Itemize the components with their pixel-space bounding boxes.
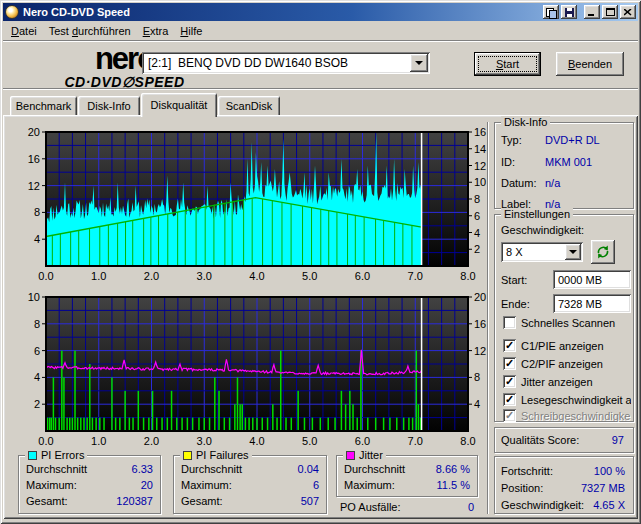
checkbox[interactable]: [503, 316, 516, 329]
chevron-down-icon: [415, 61, 423, 65]
svg-text:16: 16: [474, 126, 486, 138]
jitter-box: Jitter Durchschnitt8.66 % Maximum:11.5 %: [336, 455, 478, 497]
disk-type-label: Typ:: [501, 134, 545, 146]
svg-text:7.0: 7.0: [408, 435, 423, 447]
settings-title: Einstellungen: [501, 208, 573, 220]
titlebar[interactable]: Nero CD-DVD Speed: [3, 3, 638, 21]
speed-select-dropdown-button[interactable]: [565, 244, 581, 260]
svg-text:7.0: 7.0: [408, 270, 423, 282]
svg-text:4: 4: [474, 227, 480, 239]
diskqualitaet-panel: 481216202468101214160.01.02.03.04.05.06.…: [3, 115, 638, 519]
checkbox[interactable]: ✓: [503, 339, 516, 352]
drive-select[interactable]: [2:1] BENQ DVD DD DW1640 BSOB: [142, 52, 430, 74]
pi-errors-legend-swatch: [28, 451, 37, 460]
drive-select-value: [2:1] BENQ DVD DD DW1640 BSOB: [142, 56, 348, 70]
header-separator: [3, 88, 638, 90]
svg-text:8: 8: [474, 193, 480, 205]
scan-end-field[interactable]: 7328 MB: [553, 294, 631, 313]
svg-text:2: 2: [474, 243, 480, 255]
beenden-button[interactable]: Beenden: [556, 52, 624, 76]
menu-test-durchfuehren[interactable]: Test durchführen: [43, 23, 137, 39]
menu-datei[interactable]: Datei: [5, 23, 43, 39]
refresh-button[interactable]: [591, 240, 615, 264]
maximize-button[interactable]: [602, 5, 618, 19]
svg-text:6: 6: [34, 345, 40, 357]
checkbox-schreibgeschwindigkeit: ✓Schreibgeschwindigke: [503, 409, 631, 422]
titlebar-buttons: [541, 5, 638, 19]
checkbox-c2-pif[interactable]: ✓C2/PIF anzeigen: [503, 357, 631, 370]
tab-scandisk[interactable]: ScanDisk: [218, 96, 280, 115]
svg-text:4: 4: [474, 398, 480, 410]
svg-text:1.0: 1.0: [91, 270, 106, 282]
svg-text:12: 12: [474, 160, 486, 172]
svg-text:4.0: 4.0: [249, 270, 264, 282]
close-icon: [624, 9, 632, 16]
svg-text:12: 12: [28, 180, 40, 192]
drive-select-dropdown-button[interactable]: [410, 54, 428, 72]
checkbox-schnelles-scannen[interactable]: Schnelles Scannen: [503, 316, 631, 329]
menu-hilfe[interactable]: Hilfe: [174, 23, 208, 39]
chevron-down-icon: [569, 250, 577, 254]
tab-disk-info[interactable]: Disk-Info: [78, 96, 140, 115]
close-button[interactable]: [620, 5, 636, 19]
minimize-icon: [588, 14, 594, 16]
quality-score-box: Qualitäts Score:97: [494, 427, 634, 453]
checkbox[interactable]: ✓: [503, 375, 516, 388]
pi-failures-title: PI Failures: [196, 449, 249, 461]
scan-start-field[interactable]: 0000 MB: [553, 270, 631, 289]
checkbox-c1-pie[interactable]: ✓C1/PIE anzeigen: [503, 339, 631, 352]
svg-text:8: 8: [34, 318, 40, 330]
tab-benchmark[interactable]: Benchmark: [10, 96, 77, 115]
svg-text:16: 16: [474, 318, 486, 330]
svg-text:1.0: 1.0: [91, 435, 106, 447]
speed-label: Geschwindigkeit:: [501, 224, 584, 236]
start-button[interactable]: Start: [474, 52, 541, 76]
svg-text:8.0: 8.0: [460, 435, 475, 447]
svg-text:14: 14: [474, 143, 486, 155]
svg-text:20: 20: [28, 126, 40, 138]
window-title: Nero CD-DVD Speed: [23, 6, 130, 18]
svg-text:6.0: 6.0: [355, 270, 370, 282]
speed-select[interactable]: 8 X: [501, 242, 583, 262]
pie-speed-chart: 481216202468101214160.01.02.03.04.05.06.…: [16, 123, 488, 284]
po-failures-row: PO Ausfälle: 0: [340, 501, 474, 513]
menu-extra[interactable]: Extra: [137, 23, 175, 39]
svg-text:0.0: 0.0: [38, 435, 53, 447]
copy-button[interactable]: [543, 5, 559, 19]
disk-id-label: ID:: [501, 156, 545, 168]
pi-errors-box: PI Errors Durchschnitt6.33 Maximum:20 Ge…: [18, 455, 161, 514]
disk-date-value: n/a: [545, 177, 560, 189]
focus-rect: [478, 56, 537, 72]
svg-text:10: 10: [28, 291, 40, 303]
refresh-icon: [595, 244, 611, 260]
svg-text:2.0: 2.0: [144, 270, 159, 282]
checkbox-lesegeschwindigkeit[interactable]: ✓Lesegeschwindigkeit a: [503, 393, 631, 406]
position-value: 7327 MB: [581, 482, 625, 494]
pi-errors-title: PI Errors: [41, 449, 84, 461]
pi-failures-legend-swatch: [183, 451, 192, 460]
disk-date-label: Datum:: [501, 177, 545, 189]
svg-text:8.0: 8.0: [460, 270, 475, 282]
save-button[interactable]: [561, 5, 577, 19]
disk-info-group: Disk-Info Typ:DVD+R DL ID:MKM 001 Datum:…: [494, 122, 634, 209]
svg-text:5.0: 5.0: [302, 435, 317, 447]
maximize-icon: [606, 8, 615, 16]
svg-text:2: 2: [34, 398, 40, 410]
minimize-button[interactable]: [584, 5, 600, 19]
checkbox[interactable]: ✓: [503, 357, 516, 370]
progress-box: Fortschritt:100 % Position:7327 MB Gesch…: [494, 456, 634, 514]
svg-text:0.0: 0.0: [38, 270, 53, 282]
disk-info-title: Disk-Info: [501, 116, 550, 128]
tab-diskqualitaet[interactable]: Diskqualität: [141, 93, 217, 117]
svg-text:3.0: 3.0: [197, 270, 212, 282]
svg-text:3.0: 3.0: [197, 435, 212, 447]
app-icon: [5, 5, 19, 19]
floppy-icon: [565, 8, 574, 17]
checkbox-jitter[interactable]: ✓Jitter anzeigen: [503, 375, 631, 388]
settings-group: Einstellungen Geschwindigkeit: 8 X Start…: [494, 214, 634, 422]
svg-text:12: 12: [474, 345, 486, 357]
scan-start-label: Start:: [501, 274, 527, 286]
jitter-title: Jitter: [359, 449, 383, 461]
checkbox[interactable]: ✓: [503, 393, 516, 406]
pif-jitter-chart: 246810481216200.01.02.03.04.05.06.07.08.…: [16, 288, 488, 449]
